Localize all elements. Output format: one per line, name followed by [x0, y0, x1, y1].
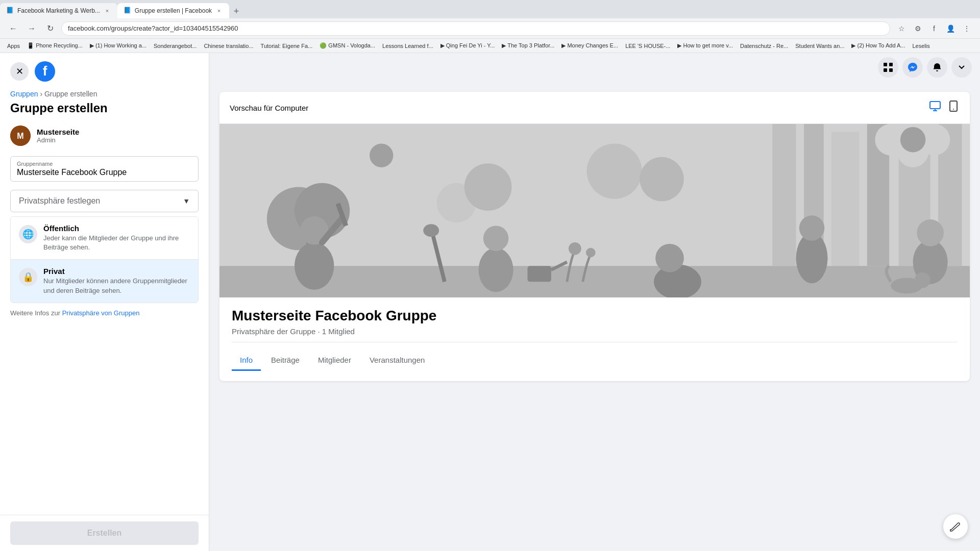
privacy-dropdown-label: Privatsphäre festlegen — [19, 196, 100, 206]
desktop-icon[interactable] — [929, 100, 941, 115]
preview-title: Vorschau für Computer — [230, 104, 308, 112]
page-title: Gruppe erstellen — [10, 101, 199, 115]
bookmark-4[interactable]: Chinese translatio... — [201, 42, 256, 50]
privacy-options: 🌐 Öffentlich Jeder kann die Mitglieder d… — [10, 216, 199, 303]
bell-icon[interactable] — [927, 57, 947, 78]
svg-rect-14 — [831, 132, 859, 266]
preview-header: Vorschau für Computer — [219, 92, 970, 124]
bookmark-5[interactable]: Tutorial: Eigene Fa... — [258, 42, 316, 50]
privacy-link[interactable]: Privatsphäre von Gruppen — [62, 309, 140, 317]
toolbar-right: ☆ ⚙ f 👤 ⋮ — [894, 21, 974, 36]
bookmark-9[interactable]: ▶ The Top 3 Platfor... — [499, 41, 557, 50]
bookmark-11[interactable]: LEE 'S HOUSE-... — [622, 42, 673, 50]
svg-point-30 — [370, 143, 393, 167]
group-name-input-container[interactable]: Gruppenname — [10, 156, 199, 182]
bookmark-3[interactable]: Sonderangebot... — [151, 42, 200, 50]
forward-button[interactable]: → — [24, 21, 39, 36]
tab-close-1[interactable]: × — [103, 7, 111, 15]
group-name-label: Gruppenname — [17, 161, 192, 167]
tab-info[interactable]: Info — [232, 350, 261, 371]
extensions-icon[interactable]: ⚙ — [911, 21, 925, 36]
svg-point-40 — [479, 248, 513, 292]
svg-point-55 — [423, 224, 439, 237]
tab-title-1: Facebook Marketing & Werb... — [17, 7, 100, 14]
bookmark-13[interactable]: Datenschutz - Re... — [737, 42, 791, 50]
bookmark-15[interactable]: ▶ (2) How To Add A... — [848, 41, 908, 50]
group-info-section: Musterseite Facebook Gruppe Privatsphäre… — [219, 297, 970, 381]
privacy-option-public[interactable]: 🌐 Öffentlich Jeder kann die Mitglieder d… — [11, 217, 198, 259]
privacy-dropdown[interactable]: Privatsphäre festlegen ▼ — [10, 190, 199, 212]
bookmark-2[interactable]: ▶ (1) How Working a... — [87, 41, 150, 50]
svg-text:M: M — [17, 132, 23, 140]
new-tab-button[interactable]: + — [229, 4, 243, 18]
breadcrumb-current: Gruppe erstellen — [44, 90, 97, 98]
group-name-section: Gruppenname — [0, 156, 209, 182]
menu-icon[interactable]: ⋮ — [960, 21, 974, 36]
privacy-private-desc: Nur Mitglieder können andere Gruppenmitg… — [43, 277, 190, 295]
reload-button[interactable]: ↻ — [43, 21, 57, 36]
chevron-down-icon: ▼ — [183, 197, 190, 205]
fb-header: ✕ f — [10, 61, 199, 82]
privacy-option-private[interactable]: 🔒 Privat Nur Mitglieder können andere Gr… — [11, 259, 198, 302]
more-info: Weitere Infos zur Privatsphäre von Grupp… — [0, 303, 209, 323]
bookmark-icon[interactable]: ☆ — [894, 21, 909, 36]
tab-favicon-1: 📘 — [6, 7, 14, 15]
group-name-field[interactable] — [17, 168, 192, 177]
create-button[interactable]: Erstellen — [10, 521, 199, 545]
group-divider — [232, 342, 958, 342]
browser-tab-1[interactable]: 📘 Facebook Marketing & Werb... × — [0, 3, 117, 18]
group-name-display: Musterseite Facebook Gruppe — [232, 308, 958, 324]
group-meta: Privatsphäre der Gruppe · 1 Mitglied — [232, 327, 958, 336]
admin-role: Admin — [37, 136, 79, 144]
fb-top-nav — [870, 53, 980, 82]
globe-icon: 🌐 — [19, 225, 37, 243]
browser-tabs: 📘 Facebook Marketing & Werb... × 📘 Grupp… — [0, 0, 980, 18]
svg-point-24 — [587, 143, 642, 198]
bookmark-10[interactable]: ▶ Money Changes E... — [558, 41, 621, 50]
lock-icon: 🔒 — [19, 268, 37, 286]
grid-icon[interactable] — [878, 57, 898, 78]
tab-close-2[interactable]: × — [215, 7, 223, 15]
tab-veranstaltungen[interactable]: Veranstaltungen — [361, 350, 433, 371]
svg-point-36 — [295, 242, 334, 290]
privacy-private-title: Privat — [43, 267, 190, 276]
float-edit-button[interactable] — [943, 514, 968, 539]
bookmark-6[interactable]: 🟢 GMSN - Vologda... — [316, 41, 378, 50]
breadcrumb-gruppen[interactable]: Gruppen — [10, 90, 38, 98]
main-content: ✕ f Gruppen › Gruppe erstellen Gruppe er… — [0, 53, 980, 551]
svg-rect-6 — [884, 68, 887, 72]
profile-icon[interactable]: 👤 — [943, 21, 958, 36]
tab-beitraege[interactable]: Beiträge — [263, 350, 308, 371]
privacy-public-title: Öffentlich — [43, 224, 190, 233]
close-button[interactable]: ✕ — [10, 62, 29, 81]
privacy-public-desc: Jeder kann die Mitglieder der Gruppe und… — [43, 234, 190, 252]
bookmark-apps[interactable]: Apps — [4, 42, 23, 50]
breadcrumb: Gruppen › Gruppe erstellen — [10, 90, 199, 98]
create-btn-section: Erstellen — [0, 515, 209, 551]
bookmark-14[interactable]: Student Wants an... — [792, 42, 847, 50]
tablet-icon[interactable] — [947, 100, 960, 115]
back-button[interactable]: ← — [6, 21, 20, 36]
admin-section: M Musterseite Admin — [0, 126, 209, 146]
group-banner — [219, 124, 970, 297]
group-tabs: Info Beiträge Mitglieder Veranstaltungen — [232, 350, 958, 371]
bookmark-16[interactable]: Leselis — [909, 42, 933, 50]
fb-toolbar-icon[interactable]: f — [927, 21, 941, 36]
admin-name: Musterseite — [37, 128, 79, 136]
bookmark-12[interactable]: ▶ How to get more v... — [674, 41, 736, 50]
svg-rect-5 — [889, 63, 893, 66]
browser-toolbar: ← → ↻ facebook.com/groups/create?actor_i… — [0, 18, 980, 39]
svg-point-25 — [640, 157, 684, 202]
bookmark-7[interactable]: Lessons Learned f... — [379, 42, 436, 50]
messenger-icon[interactable] — [902, 57, 923, 78]
avatar: M — [10, 126, 31, 146]
admin-info: Musterseite Admin — [37, 128, 79, 144]
svg-point-23 — [464, 163, 512, 211]
bookmark-8[interactable]: ▶ Qing Fei De Yi - Y... — [437, 41, 498, 50]
bookmarks-bar: Apps 📱 Phone Recycling... ▶ (1) How Work… — [0, 39, 980, 53]
bookmark-1[interactable]: 📱 Phone Recycling... — [24, 41, 86, 50]
browser-tab-2[interactable]: 📘 Gruppe erstellen | Facebook × — [117, 3, 229, 18]
chevron-icon[interactable] — [951, 57, 972, 78]
address-bar[interactable]: facebook.com/groups/create?actor_id=1034… — [61, 21, 890, 36]
tab-mitglieder[interactable]: Mitglieder — [310, 350, 359, 371]
